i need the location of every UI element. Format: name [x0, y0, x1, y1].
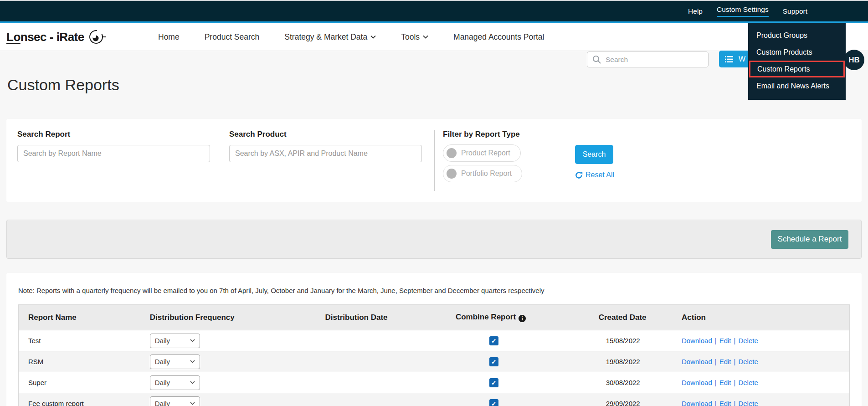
avatar[interactable]: HB — [844, 50, 864, 70]
download-link[interactable]: Download — [682, 379, 712, 386]
col-distribution-date: Distribution Date — [325, 305, 456, 330]
edit-link[interactable]: Edit — [719, 337, 731, 344]
help-link[interactable]: Help — [688, 7, 703, 15]
chevron-down-icon — [370, 35, 376, 39]
logo-text: Lonsec - iRate — [6, 30, 84, 44]
info-icon[interactable]: i — [519, 315, 526, 322]
combine-report-cell: ✓ — [456, 351, 599, 372]
edit-link[interactable]: Edit — [719, 379, 731, 386]
main-nav: Lonsec - iRate Home Product Search Strat… — [0, 23, 868, 51]
nav-links: Home Product Search Strategy & Market Da… — [158, 23, 544, 51]
radio-label: Portfolio Report — [461, 170, 512, 178]
combine-report-checkbox[interactable]: ✓ — [489, 336, 498, 345]
table-row: Fee custom reportDaily✓29/09/2022Downloa… — [19, 393, 850, 406]
frequency-select[interactable]: Daily — [150, 396, 200, 406]
search-product-label: Search Product — [229, 130, 422, 139]
chevron-down-icon — [190, 360, 195, 363]
custom-settings-link[interactable]: Custom Settings — [717, 5, 769, 17]
radio-circle-icon — [447, 169, 457, 179]
custom-settings-dropdown: Product Groups Custom Products Custom Re… — [748, 23, 846, 100]
report-name-cell: Super — [19, 372, 150, 393]
nav-item-managed-accounts-portal[interactable]: Managed Accounts Portal — [453, 32, 544, 42]
schedule-report-button[interactable]: Schedule a Report — [771, 230, 848, 249]
distribution-date-cell — [325, 330, 456, 351]
table-row: SuperDaily✓30/08/2022Download|Edit|Delet… — [19, 372, 850, 393]
filter-divider — [434, 130, 435, 191]
table-row: RSMDaily✓19/08/2022Download|Edit|Delete — [19, 351, 850, 372]
search-input[interactable] — [587, 51, 709, 67]
download-link[interactable]: Download — [682, 400, 712, 406]
report-name-cell: Fee custom report — [19, 393, 150, 406]
nav-item-label: Managed Accounts Portal — [453, 32, 544, 42]
nav-item-tools[interactable]: Tools — [401, 32, 428, 42]
action-separator: | — [715, 337, 717, 344]
col-combine-report-label: Combine Report — [456, 313, 516, 321]
col-combine-report: Combine Reporti — [456, 305, 599, 330]
report-name-cell: RSM — [19, 351, 150, 372]
frequency-select[interactable]: Daily — [150, 355, 200, 369]
frequency-value: Daily — [155, 400, 170, 406]
menu-item-custom-products[interactable]: Custom Products — [748, 44, 846, 61]
schedule-bar: Schedule a Report — [6, 220, 862, 259]
nav-item-home[interactable]: Home — [158, 32, 180, 42]
nav-item-label: Strategy & Market Data — [284, 32, 367, 42]
frequency-cell: Daily — [150, 372, 325, 393]
radio-portfolio-report[interactable]: Portfolio Report — [443, 165, 522, 182]
action-separator: | — [715, 379, 717, 386]
radio-product-report[interactable]: Product Report — [443, 144, 521, 162]
quarterly-note: Note: Reports with a quarterly frequency… — [18, 287, 850, 294]
col-distribution-frequency: Distribution Frequency — [150, 305, 325, 330]
page-content: Custom Reports Search Report Search Prod… — [0, 75, 868, 406]
delete-link[interactable]: Delete — [738, 358, 758, 365]
nav-item-product-search[interactable]: Product Search — [205, 32, 260, 42]
report-type-label: Filter by Report Type — [443, 130, 575, 139]
refresh-icon — [575, 171, 583, 179]
reset-all-link[interactable]: Reset All — [575, 171, 614, 179]
combine-report-checkbox[interactable]: ✓ — [489, 357, 498, 366]
delete-link[interactable]: Delete — [738, 337, 758, 344]
frequency-select[interactable]: Daily — [150, 334, 200, 348]
col-action: Action — [682, 305, 849, 330]
chevron-down-icon — [423, 35, 428, 39]
search-button[interactable]: Search — [575, 145, 613, 164]
search-report-input[interactable] — [17, 145, 210, 162]
distribution-date-cell — [325, 393, 456, 406]
combine-report-cell: ✓ — [456, 372, 599, 393]
watchlist-button-label: W — [739, 55, 745, 63]
nav-search — [587, 51, 709, 67]
menu-item-product-groups[interactable]: Product Groups — [748, 27, 846, 44]
nav-item-label: Tools — [401, 32, 420, 42]
combine-report-cell: ✓ — [456, 393, 599, 406]
delete-link[interactable]: Delete — [738, 379, 758, 386]
reports-table: Report Name Distribution Frequency Distr… — [18, 304, 850, 406]
top-utility-bar: Help Custom Settings Support — [0, 0, 868, 23]
eye-logo-icon — [87, 28, 106, 46]
action-cell: Download|Edit|Delete — [682, 393, 849, 406]
edit-link[interactable]: Edit — [719, 400, 731, 406]
combine-report-checkbox[interactable]: ✓ — [489, 399, 498, 406]
action-separator: | — [715, 358, 717, 365]
menu-item-custom-reports[interactable]: Custom Reports — [749, 61, 845, 77]
delete-link[interactable]: Delete — [738, 400, 758, 406]
combine-report-cell: ✓ — [456, 330, 599, 351]
download-link[interactable]: Download — [682, 337, 712, 344]
support-link[interactable]: Support — [783, 7, 807, 15]
action-separator: | — [734, 379, 736, 386]
edit-link[interactable]: Edit — [719, 358, 731, 365]
action-separator: | — [715, 400, 717, 406]
radio-label: Product Report — [461, 149, 510, 157]
menu-item-email-news-alerts[interactable]: Email and News Alerts — [748, 77, 846, 94]
created-date-cell: 15/08/2022 — [599, 330, 682, 351]
action-cell: Download|Edit|Delete — [682, 330, 849, 351]
download-link[interactable]: Download — [682, 358, 712, 365]
created-date-cell: 29/09/2022 — [599, 393, 682, 406]
action-separator: | — [734, 358, 736, 365]
reports-card: Note: Reports with a quarterly frequency… — [6, 273, 862, 406]
search-product-input[interactable] — [229, 145, 422, 162]
table-header-row: Report Name Distribution Frequency Distr… — [19, 305, 850, 330]
combine-report-checkbox[interactable]: ✓ — [489, 378, 498, 387]
chevron-down-icon — [190, 402, 195, 405]
frequency-cell: Daily — [150, 393, 325, 406]
frequency-select[interactable]: Daily — [150, 375, 200, 390]
nav-item-strategy-market-data[interactable]: Strategy & Market Data — [284, 32, 376, 42]
